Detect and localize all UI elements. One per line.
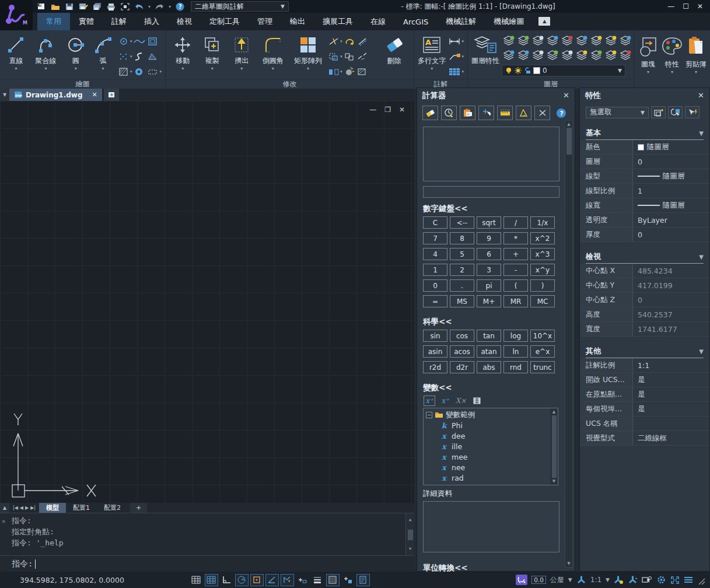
paste-to-commandline-icon[interactable]: >_ [460,106,475,120]
mtext-button[interactable]: A 多行文字▾ [418,33,446,78]
open-icon[interactable] [50,2,60,11]
resize-grip[interactable] [697,577,705,585]
variable-item-dee[interactable]: xdee [426,430,558,441]
align-icon[interactable] [344,49,355,64]
selection-cycling-icon[interactable] [642,576,652,584]
history-icon[interactable] [441,106,457,120]
property-value[interactable]: 1:1 [638,361,649,370]
table-icon[interactable] [448,68,461,76]
status-menu-icon[interactable] [684,576,693,583]
mirror-icon[interactable] [328,67,340,76]
explode-icon[interactable] [344,64,355,79]
properties-panel-button[interactable]: 特性▾ [661,33,683,86]
maximize-button[interactable]: ☐ [683,2,689,10]
calc-button-C[interactable]: C [423,216,447,229]
ribbon-tab-7[interactable]: 管理 [249,13,281,30]
layer-bulb-icon[interactable] [589,34,603,48]
annotation-scale-value[interactable]: 1:1 [590,576,601,584]
calc-button-1/x[interactable]: 1/x [530,216,555,229]
property-value[interactable]: ByLayer [638,216,667,225]
calculator-input-box[interactable] [423,186,559,198]
calc-button-5[interactable]: 5 [450,248,474,260]
redo-icon[interactable] [155,2,165,11]
return-to-input-icon[interactable] [471,396,482,406]
variables-tree-scrollbar[interactable]: ▲▼ [550,408,558,485]
annotation-scale-icon[interactable] [576,575,586,584]
numpad-section-label[interactable]: 數字鍵盤<< [423,204,575,214]
calc-button-8[interactable]: 8 [450,232,474,244]
sci-button-10^x[interactable]: 10^x [530,330,555,342]
calc-button-MC[interactable]: MC [530,295,555,307]
calc-button-M+[interactable]: M+ [477,295,501,307]
scientific-section-label[interactable]: 科學<< [423,317,575,327]
calc-button-x^y[interactable]: x^y [530,264,555,276]
layout-nav-arrows[interactable]: |◀◀▶▶| [9,503,39,513]
layout-tab-layout1[interactable]: 配置1 [66,503,97,513]
calc-button-4[interactable]: 4 [423,248,447,260]
center-mark-icon[interactable] [118,37,130,46]
layer-freeze-icon[interactable] [531,34,545,48]
document-tab[interactable]: DWG Drawing1.dwg ✕ [9,89,102,101]
sci-button-abs[interactable]: abs [477,361,501,373]
donut-icon[interactable] [133,64,146,79]
fullscreen-icon[interactable] [670,576,680,584]
ribbon-tab-1[interactable]: 常用 [37,13,70,30]
polyline-button[interactable]: 聚合線▾ [31,33,61,78]
calc-button-sqrt[interactable]: sqrt [477,216,501,229]
erase-button[interactable]: 刪除 [379,33,410,78]
snap-mode-icon[interactable] [205,574,218,586]
property-value[interactable]: 是 [638,390,645,400]
precision-toggle[interactable]: 0.0 [531,576,546,584]
variable-item-Phi[interactable]: kPhi [426,420,558,430]
variable-item-mee[interactable]: xmee [426,452,558,462]
ribbon-collapse-icon[interactable]: ▲ [538,17,550,26]
property-value[interactable]: 是 [638,375,645,385]
calculator-scrollbar[interactable]: ▲▼ [565,120,573,568]
layout-tab-model[interactable]: 模型 [39,503,66,513]
command-scrollbar[interactable]: ▲▼ [405,513,414,556]
sci-button-e^x[interactable]: e^x [530,345,555,358]
command-history[interactable]: ✕ 指令: 指定對角點: 指令: '_help ▲▼ [0,513,414,555]
get-coordinates-icon[interactable] [478,106,494,120]
calc-button-x^3[interactable]: x^3 [530,248,555,260]
ribbon-tab-5[interactable]: 檢視 [168,13,201,30]
variable-item-nee[interactable]: xnee [426,462,558,473]
lineweight-display-icon[interactable] [311,574,324,586]
properties-section-header-2[interactable]: 檢視▼ [586,251,704,264]
calculator-close-icon[interactable]: ✕ [563,91,569,100]
layer-lock-icon[interactable] [560,34,574,48]
toggle-pickadd-icon[interactable] [685,106,699,118]
rotate-icon[interactable] [344,34,355,49]
section-collapse-icon[interactable]: ▼ [699,254,704,260]
app-mini-logo-icon[interactable] [516,575,527,585]
property-value[interactable]: 隨圖層 [663,201,685,211]
drawing-canvas[interactable]: — ❐ ✕ [0,101,414,503]
arc-button[interactable]: 弧▾ [90,33,116,78]
clipboard-panel-button[interactable]: 剪貼簿▾ [685,33,706,86]
calculator-history-box[interactable] [423,127,559,181]
collapse-node-icon[interactable]: − [426,412,432,418]
calc-button-)[interactable]: ) [530,279,555,292]
command-collapse-icon[interactable]: ▲ [0,503,9,513]
sci-button-rnd[interactable]: rnd [503,361,528,373]
trim-icon[interactable] [328,37,340,46]
calc-button-*[interactable]: * [503,232,528,244]
calc-button-1[interactable]: 1 [423,264,447,276]
new-layout-button[interactable]: + [130,503,147,513]
undo-dropdown-icon[interactable]: ▾ [148,4,151,9]
sci-button-ln[interactable]: ln [503,345,528,358]
print-icon[interactable] [106,2,116,11]
help-icon[interactable]: ? [175,2,185,11]
layer-isolate-icon[interactable] [575,48,589,62]
property-value[interactable]: 是 [638,404,645,414]
calc-button-=[interactable]: = [423,295,447,307]
sci-button-tan[interactable]: tan [477,330,501,342]
sci-button-cos[interactable]: cos [450,330,474,342]
units-label[interactable]: 公釐 [550,575,564,585]
calc-button-2[interactable]: 2 [450,264,474,276]
calc-button-MR[interactable]: MR [503,295,528,307]
ribbon-tab-13[interactable]: 機械繪圖 [485,13,533,30]
grid-display-icon[interactable] [190,574,203,586]
selection-filter-dropdown[interactable]: 無選取 ▼ [586,107,649,118]
property-value[interactable]: 0 [638,230,642,239]
